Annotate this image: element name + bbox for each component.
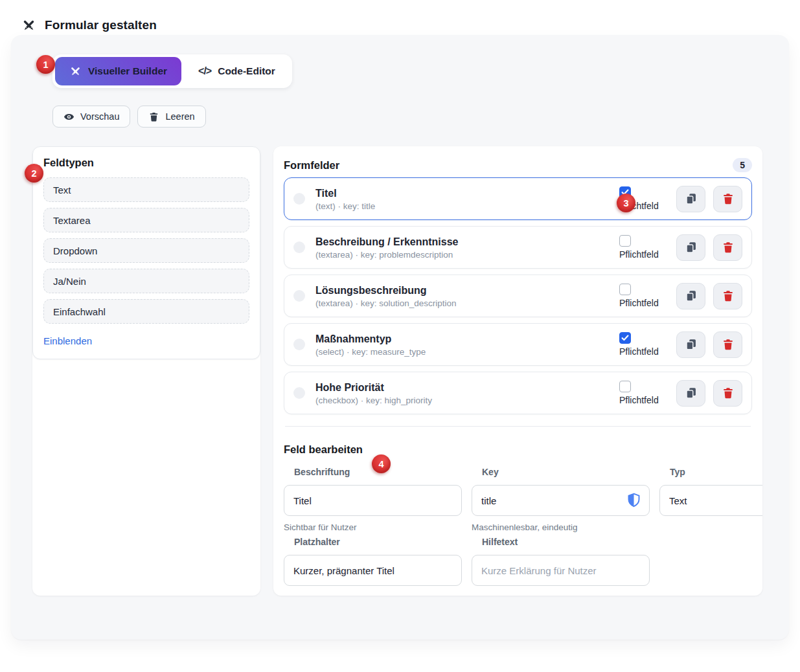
required-checkbox[interactable]	[619, 235, 631, 247]
formfields-title: Formfelder	[284, 159, 339, 172]
field-row-controls: Pflichtfeld	[619, 234, 742, 261]
field-row-text: Lösungsbeschreibung (textarea) · key: so…	[315, 284, 457, 308]
label-field-helper: Sichtbar für Nutzer	[284, 522, 462, 534]
fieldtype-item-label: Textarea	[53, 215, 91, 226]
field-row-measuretype[interactable]: Maßnahmentyp (select) · key: measure_typ…	[284, 323, 752, 366]
required-checkbox[interactable]	[619, 284, 631, 295]
delete-field-button[interactable]	[713, 380, 742, 407]
required-block: Pflichtfeld	[619, 284, 669, 308]
delete-field-button[interactable]	[713, 186, 742, 212]
tab-visual-builder[interactable]: Visueller Builder	[55, 57, 181, 85]
design-tools-icon	[69, 65, 82, 78]
editor-col-type: Typ	[659, 467, 762, 586]
annotation-badge-1: 1	[36, 55, 55, 74]
delete-field-button[interactable]	[713, 234, 742, 261]
duplicate-field-button[interactable]	[676, 380, 705, 407]
required-block: Pflichtfeld	[619, 332, 669, 357]
fieldtype-item-singlechoice[interactable]: Einfachwahl	[43, 299, 249, 324]
duplicate-field-button[interactable]	[676, 283, 705, 309]
page-title: Formular gestalten	[45, 18, 157, 32]
helptext-field-label: Hilfetext	[472, 537, 650, 548]
drag-handle[interactable]	[293, 339, 305, 350]
fieldtype-item-label: Einfachwahl	[53, 306, 106, 317]
preview-button[interactable]: Vorschau	[52, 106, 130, 128]
field-row-priority[interactable]: Hohe Priorität (checkbox) · key: high_pr…	[284, 372, 752, 414]
formfields-list: Titel (text) · key: title Pflichtfeld	[284, 177, 752, 414]
fieldtype-item-textarea[interactable]: Textarea	[43, 208, 249, 232]
drag-handle[interactable]	[293, 387, 305, 399]
required-checkbox[interactable]	[619, 381, 631, 392]
key-input-wrap	[472, 485, 650, 516]
form-designer-page: Formular gestalten Visueller Builder </>…	[0, 0, 800, 672]
delete-field-button[interactable]	[713, 331, 742, 358]
shield-icon	[626, 492, 642, 509]
clear-button-label: Leeren	[165, 111, 194, 122]
required-label: Pflichtfeld	[619, 395, 669, 405]
label-input[interactable]	[284, 485, 462, 516]
field-row-meta: (checkbox) · key: high_priority	[315, 396, 432, 405]
field-row-text: Hohe Priorität (checkbox) · key: high_pr…	[315, 381, 432, 405]
trash-icon	[722, 192, 735, 205]
field-row-title-text: Beschreibung / Erkenntnisse	[315, 236, 459, 249]
fieldtype-item-text[interactable]: Text	[43, 177, 249, 202]
required-label: Pflichtfeld	[619, 249, 669, 260]
key-field-helper: Maschinenlesbar, eindeutig	[472, 522, 650, 534]
formfields-panel: Formfelder 5 Titel (text) · key: title	[273, 146, 762, 596]
show-more-link[interactable]: Einblenden	[43, 335, 92, 346]
required-checkbox[interactable]	[619, 332, 631, 344]
key-field-label: Key	[472, 467, 650, 478]
type-select[interactable]	[659, 485, 762, 516]
helptext-input[interactable]	[472, 555, 650, 586]
copy-icon	[685, 192, 698, 205]
copy-icon	[685, 241, 698, 254]
drag-handle[interactable]	[293, 193, 305, 205]
trash-icon	[722, 241, 735, 254]
field-editor-grid: Beschriftung Sichtbar für Nutzer Platzha…	[284, 467, 752, 586]
key-input[interactable]	[472, 485, 650, 516]
fieldtype-item-dropdown[interactable]: Dropdown	[43, 238, 249, 263]
page-header: Formular gestalten	[0, 0, 800, 35]
placeholder-field-label: Platzhalter	[284, 537, 462, 548]
tab-code-editor[interactable]: </> Code-Editor	[184, 57, 290, 85]
type-field-label: Typ	[659, 467, 762, 478]
fieldtype-item-label: Text	[53, 185, 71, 196]
placeholder-input[interactable]	[284, 555, 462, 586]
duplicate-field-button[interactable]	[676, 186, 705, 212]
field-row-title-text: Lösungsbeschreibung	[315, 284, 457, 297]
tab-code-editor-label: Code-Editor	[218, 65, 275, 77]
field-row-title[interactable]: Titel (text) · key: title Pflichtfeld	[284, 177, 752, 220]
duplicate-field-button[interactable]	[676, 331, 705, 358]
trash-icon	[722, 386, 735, 399]
formfields-header: Formfelder 5	[284, 158, 752, 172]
fieldtype-item-yesno[interactable]: Ja/Nein	[43, 269, 249, 293]
trash-icon	[722, 338, 735, 351]
trash-icon	[148, 111, 159, 122]
field-editor-section: Feld bearbeiten Beschriftung Sichtbar fü…	[284, 443, 752, 586]
drag-handle[interactable]	[293, 290, 305, 302]
builder-container: Visueller Builder </> Code-Editor Vorsch…	[11, 35, 789, 640]
toolbar-actions: Vorschau Leeren	[52, 106, 768, 128]
copy-icon	[685, 289, 698, 302]
fieldtypes-title: Feldtypen	[43, 157, 249, 169]
tab-visual-builder-label: Visueller Builder	[88, 65, 167, 77]
delete-field-button[interactable]	[713, 283, 742, 309]
field-row-description[interactable]: Beschreibung / Erkenntnisse (textarea) ·…	[284, 226, 752, 269]
drag-handle[interactable]	[293, 241, 305, 253]
builder-content: Feldtypen Text Textarea Dropdown Ja/Nein…	[11, 128, 789, 596]
eye-icon	[63, 111, 74, 122]
mode-tab-group: Visueller Builder </> Code-Editor	[52, 54, 292, 88]
trash-icon	[722, 289, 735, 302]
field-row-title-text: Titel	[315, 187, 375, 200]
field-row-solution[interactable]: Lösungsbeschreibung (textarea) · key: so…	[284, 274, 752, 317]
design-tools-icon	[21, 18, 36, 33]
field-count-badge: 5	[733, 158, 752, 172]
field-row-controls: Pflichtfeld	[619, 283, 742, 309]
duplicate-field-button[interactable]	[676, 234, 705, 261]
field-row-controls: Pflichtfeld	[619, 331, 742, 358]
copy-icon	[685, 386, 698, 399]
clear-button[interactable]: Leeren	[137, 106, 205, 128]
builder-toolbar: Visueller Builder </> Code-Editor Vorsch…	[11, 35, 789, 128]
editor-col-key: Key Maschinenlesbar, eindeutig Hilfetext	[472, 467, 650, 586]
field-row-text: Titel (text) · key: title	[315, 187, 375, 211]
required-block: Pflichtfeld	[619, 235, 669, 260]
